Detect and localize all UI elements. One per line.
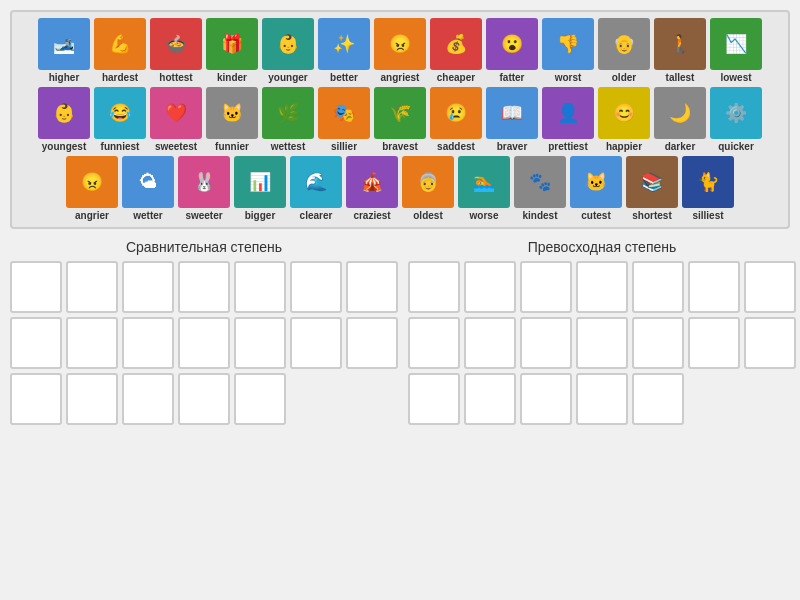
card-youngest[interactable]: 👶youngest: [38, 87, 90, 152]
worse-label: worse: [470, 210, 499, 221]
drop-cell[interactable]: [632, 373, 684, 425]
drop-cell[interactable]: [346, 261, 398, 313]
wetter-icon: 🌤: [139, 173, 157, 191]
card-cheaper[interactable]: 💰cheaper: [430, 18, 482, 83]
comparative-title: Сравнительная степень: [10, 239, 398, 255]
drop-cell[interactable]: [632, 317, 684, 369]
drop-cell[interactable]: [408, 373, 460, 425]
image-row-1: 🎿higher💪hardest🍲hottest🎁kinder👶younger✨b…: [18, 18, 782, 83]
card-angriest[interactable]: 😠angriest: [374, 18, 426, 83]
card-braver[interactable]: 📖braver: [486, 87, 538, 152]
drop-cell[interactable]: [290, 317, 342, 369]
drop-cell[interactable]: [520, 261, 572, 313]
drop-cell[interactable]: [576, 317, 628, 369]
card-cutest[interactable]: 🐱cutest: [570, 156, 622, 221]
fatter-label: fatter: [499, 72, 524, 83]
drop-cell[interactable]: [10, 261, 62, 313]
drop-cell[interactable]: [576, 373, 628, 425]
card-hardest[interactable]: 💪hardest: [94, 18, 146, 83]
drop-cell[interactable]: [632, 261, 684, 313]
image-row-3: 😠angrier🌤wetter🐰sweeter📊bigger🌊clearer🎪c…: [18, 156, 782, 221]
drop-cell[interactable]: [178, 261, 230, 313]
sweetest-icon: ❤️: [165, 104, 187, 122]
card-wettest[interactable]: 🌿wettest: [262, 87, 314, 152]
drop-cell[interactable]: [66, 261, 118, 313]
card-fatter[interactable]: 😮fatter: [486, 18, 538, 83]
drop-cell[interactable]: [346, 317, 398, 369]
card-bravest[interactable]: 🌾bravest: [374, 87, 426, 152]
card-craziest[interactable]: 🎪craziest: [346, 156, 398, 221]
card-happier[interactable]: 😊happier: [598, 87, 650, 152]
drop-cell[interactable]: [122, 261, 174, 313]
drop-cell[interactable]: [408, 317, 460, 369]
drop-cell[interactable]: [744, 317, 796, 369]
drop-cell[interactable]: [520, 373, 572, 425]
card-sweetest[interactable]: ❤️sweetest: [150, 87, 202, 152]
funniest-icon: 😂: [109, 104, 131, 122]
drop-cell[interactable]: [234, 261, 286, 313]
drop-cell[interactable]: [122, 373, 174, 425]
card-worse[interactable]: 🏊worse: [458, 156, 510, 221]
card-hottest[interactable]: 🍲hottest: [150, 18, 202, 83]
card-worst[interactable]: 👎worst: [542, 18, 594, 83]
drop-cell[interactable]: [688, 317, 740, 369]
sillier-label: sillier: [331, 141, 357, 152]
drop-cell[interactable]: [122, 317, 174, 369]
card-better[interactable]: ✨better: [318, 18, 370, 83]
card-prettiest[interactable]: 👤prettiest: [542, 87, 594, 152]
comparative-section: Сравнительная степень: [10, 239, 398, 425]
lowest-icon: 📉: [725, 35, 747, 53]
drop-cell[interactable]: [744, 261, 796, 313]
drop-cell[interactable]: [464, 317, 516, 369]
card-silliest[interactable]: 🐈silliest: [682, 156, 734, 221]
card-wetter[interactable]: 🌤wetter: [122, 156, 174, 221]
drop-cell[interactable]: [290, 261, 342, 313]
drop-cell[interactable]: [10, 317, 62, 369]
kinder-icon: 🎁: [221, 35, 243, 53]
drop-cell[interactable]: [178, 317, 230, 369]
card-funnier[interactable]: 🐱funnier: [206, 87, 258, 152]
younger-icon: 👶: [277, 35, 299, 53]
comparative-row-2: [10, 317, 398, 369]
card-tallest[interactable]: 🚶tallest: [654, 18, 706, 83]
card-darker[interactable]: 🌙darker: [654, 87, 706, 152]
drop-cell[interactable]: [464, 373, 516, 425]
drop-cell[interactable]: [178, 373, 230, 425]
card-lowest[interactable]: 📉lowest: [710, 18, 762, 83]
card-sweeter[interactable]: 🐰sweeter: [178, 156, 230, 221]
hardest-label: hardest: [102, 72, 138, 83]
sweeter-icon: 🐰: [193, 173, 215, 191]
card-older[interactable]: 👴older: [598, 18, 650, 83]
wettest-icon: 🌿: [277, 104, 299, 122]
card-shortest[interactable]: 📚shortest: [626, 156, 678, 221]
drop-cell[interactable]: [234, 373, 286, 425]
drop-cell[interactable]: [10, 373, 62, 425]
card-oldest[interactable]: 👵oldest: [402, 156, 454, 221]
drop-cell[interactable]: [66, 317, 118, 369]
drop-cell[interactable]: [464, 261, 516, 313]
drop-cell[interactable]: [520, 317, 572, 369]
card-angrier[interactable]: 😠angrier: [66, 156, 118, 221]
funnier-label: funnier: [215, 141, 249, 152]
card-kindest[interactable]: 🐾kindest: [514, 156, 566, 221]
card-saddest[interactable]: 😢saddest: [430, 87, 482, 152]
clearer-label: clearer: [300, 210, 333, 221]
card-clearer[interactable]: 🌊clearer: [290, 156, 342, 221]
funnier-icon: 🐱: [221, 104, 243, 122]
card-higher[interactable]: 🎿higher: [38, 18, 90, 83]
card-kinder[interactable]: 🎁kinder: [206, 18, 258, 83]
card-quicker[interactable]: ⚙️quicker: [710, 87, 762, 152]
drop-cell[interactable]: [688, 261, 740, 313]
older-icon: 👴: [613, 35, 635, 53]
kindest-label: kindest: [522, 210, 557, 221]
card-bigger[interactable]: 📊bigger: [234, 156, 286, 221]
drop-cell[interactable]: [408, 261, 460, 313]
drop-cell[interactable]: [576, 261, 628, 313]
card-funniest[interactable]: 😂funniest: [94, 87, 146, 152]
drop-cell[interactable]: [234, 317, 286, 369]
drop-cell[interactable]: [66, 373, 118, 425]
bravest-icon: 🌾: [389, 104, 411, 122]
card-sillier[interactable]: 🎭sillier: [318, 87, 370, 152]
card-younger[interactable]: 👶younger: [262, 18, 314, 83]
higher-label: higher: [49, 72, 80, 83]
